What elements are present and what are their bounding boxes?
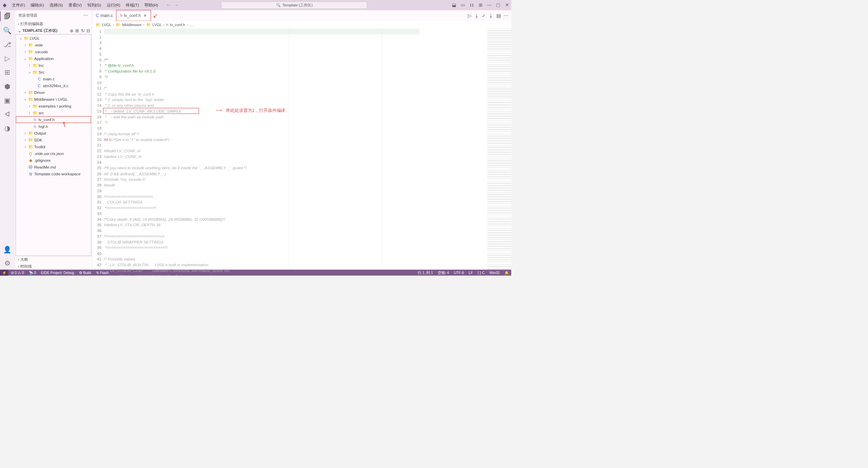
breadcrumb-separator: › (143, 23, 144, 27)
nav-forward-icon[interactable]: → (173, 2, 180, 7)
tree-item[interactable]: Cmain.c (16, 76, 91, 82)
menu-item[interactable]: 运行(R) (104, 2, 123, 8)
file-icon: 📁 (28, 138, 33, 142)
tree-item[interactable]: ›📁src (16, 110, 91, 116)
nav-back-icon[interactable]: ← (165, 2, 172, 7)
breadcrumb-item[interactable]: Middleware (122, 23, 141, 27)
editor-action-icon[interactable]: ⋯ (504, 13, 508, 18)
menu-item[interactable]: 转到(G) (84, 2, 104, 8)
tree-item[interactable]: ›📁Inc (16, 62, 91, 69)
tree-item[interactable]: ⌄📁Middleware \ LVGL (16, 96, 91, 103)
tree-item[interactable]: hlv_conf.h (16, 116, 91, 123)
minimap[interactable] (487, 28, 511, 270)
menu-item[interactable]: 终端(T) (123, 2, 142, 8)
editor-action-icon[interactable]: ✓ (482, 13, 486, 18)
status-item[interactable]: ⊘ 0 ⚠ 0 (8, 271, 26, 275)
command-center[interactable]: 🔍 Template (工作区) (221, 1, 367, 8)
editor-tab[interactable]: Cmain.c (92, 11, 116, 21)
chip-icon[interactable]: ▣ (0, 95, 15, 105)
close-icon[interactable]: ✕ (143, 13, 147, 18)
menu-item[interactable]: 帮助(H) (142, 2, 161, 8)
breadcrumb-item[interactable]: LVGL (152, 23, 162, 27)
status-item[interactable]: 🔔 (502, 270, 511, 275)
run-debug-icon[interactable]: ▷ (0, 53, 15, 63)
minimize-button[interactable]: — (485, 2, 494, 7)
tree-item[interactable]: ›📁.vscode (16, 48, 91, 55)
panel-icon[interactable]: ▭ (458, 2, 467, 7)
code-content[interactable]: /** * @file lv_conf.h * Configuration fi… (104, 28, 487, 270)
editor-action-icon[interactable]: ▤ (496, 13, 501, 18)
file-icon: 📁 (28, 90, 33, 95)
tree-item[interactable]: Cstm32f4xx_it.c (16, 82, 91, 89)
status-item[interactable]: 📡 0 (26, 271, 39, 275)
menu-item[interactable]: 文件(F) (9, 2, 28, 8)
timeline-section[interactable]: › 时间线 (15, 263, 92, 270)
tree-item-label: stm32f4xx_it.c (43, 83, 68, 88)
explorer-action-icon[interactable]: ⊕ (70, 28, 74, 33)
editor-action-icon[interactable]: ⭳ (489, 13, 493, 18)
tree-item[interactable]: ›📁examples \ porting (16, 103, 91, 110)
editor-action-icon[interactable]: ⭳ (474, 13, 479, 18)
split-icon[interactable]: ⫿⫿ (467, 2, 476, 7)
breadcrumbs[interactable]: 📁LVGL›📁Middleware›📁LVGL›h lv_conf.h›… (92, 21, 511, 28)
explorer-action-icon[interactable]: ⊞ (75, 28, 79, 33)
tree-item[interactable]: ⓂReadMe.md (16, 164, 91, 171)
tree-item[interactable]: ›📁SDK (16, 137, 91, 143)
maximize-button[interactable]: ▢ (494, 2, 502, 7)
file-icon: C (37, 83, 42, 88)
tree-item[interactable]: ◆.gitignore (16, 157, 91, 164)
status-item[interactable]: ⚙ Build (77, 271, 94, 275)
explorer-icon[interactable]: 🗐 (0, 12, 15, 21)
more-icon[interactable]: ⋯ (83, 13, 88, 18)
qa-icon[interactable]: ᐊ (0, 109, 15, 119)
editor-action-icon[interactable]: ▷ (468, 13, 472, 18)
editor-tab[interactable]: hlv_conf.h✕ (116, 11, 151, 21)
opened-editors-section[interactable]: › 打开的编辑器 (15, 21, 92, 27)
chevron-icon: › (28, 63, 32, 67)
file-icon: Ⓜ (28, 164, 33, 170)
tree-item-label: ReadMe.md (34, 165, 56, 170)
tree-item[interactable]: ⧉Template.code-workspace (16, 171, 91, 177)
tree-item[interactable]: ⌄📁Src (16, 69, 91, 76)
extensions-icon[interactable]: ⊞ (0, 67, 15, 77)
tree-item-label: Output (34, 131, 46, 136)
file-tree[interactable]: ⌄📁LVGL›📁.eide›📁.vscode⌄📁Application›📁Inc… (16, 34, 91, 256)
account-icon[interactable]: 👤 (3, 245, 12, 254)
tree-item[interactable]: ›📁Output (16, 130, 91, 137)
explorer-action-icon[interactable]: ⊟ (86, 28, 90, 33)
customize-icon[interactable]: ⊞ (476, 2, 485, 7)
breadcrumb-item[interactable]: lv_conf.h (170, 23, 185, 27)
workspace-section[interactable]: ⌄ TEMPLATE (工作区) ⊕⊞↻⊟ (15, 27, 92, 34)
remote-indicator[interactable]: ⚡ (0, 270, 8, 276)
close-button[interactable]: ✕ (502, 2, 511, 7)
settings-gear-icon[interactable]: ⚙ (3, 258, 12, 268)
menu-item[interactable]: 选择(S) (47, 2, 66, 8)
status-item[interactable]: Win32 (487, 270, 502, 275)
breadcrumb-item[interactable]: LVGL (102, 23, 111, 27)
layout-icon[interactable]: ⬓ (450, 2, 458, 7)
tree-item[interactable]: ⌄📁LVGL (16, 35, 91, 41)
annotation-text: ⟶ 将此处设置为1，打开条件编译 (216, 108, 285, 114)
status-item[interactable]: EIDE Project: Debug (39, 271, 77, 275)
vscode-icon: ◆ (0, 2, 9, 8)
outline-section[interactable]: › 大纲 (15, 256, 92, 263)
tree-item[interactable]: {}.eide.usr.ctx.json (16, 150, 91, 157)
tree-item[interactable]: ⌄📁Application (16, 55, 91, 62)
chevron-icon: › (23, 145, 27, 149)
tree-item[interactable]: ›📁Toolkit (16, 143, 91, 150)
scm-icon[interactable]: ⎇ (0, 39, 15, 49)
search-icon[interactable]: 🔍 (0, 25, 15, 35)
tree-item[interactable]: ›📁.eide (16, 42, 91, 48)
menu-item[interactable]: 编辑(E) (28, 2, 47, 8)
menu-item[interactable]: 查看(V) (66, 2, 85, 8)
tree-item-label: main.c (43, 77, 55, 81)
sync-icon[interactable]: ◑ (0, 123, 15, 133)
chevron-icon: › (28, 111, 32, 115)
tree-item-label: lv_conf.h (39, 117, 55, 122)
explorer-action-icon[interactable]: ↻ (81, 28, 85, 33)
code-editor[interactable]: 1234567891011121314151617181920212223242… (92, 28, 511, 270)
breadcrumb-item[interactable]: … (190, 23, 193, 27)
eide-icon[interactable]: ⬢ (0, 81, 15, 91)
tree-item[interactable]: ›📁Driver (16, 89, 91, 96)
tree-item[interactable]: hlvgl.h (16, 123, 91, 130)
